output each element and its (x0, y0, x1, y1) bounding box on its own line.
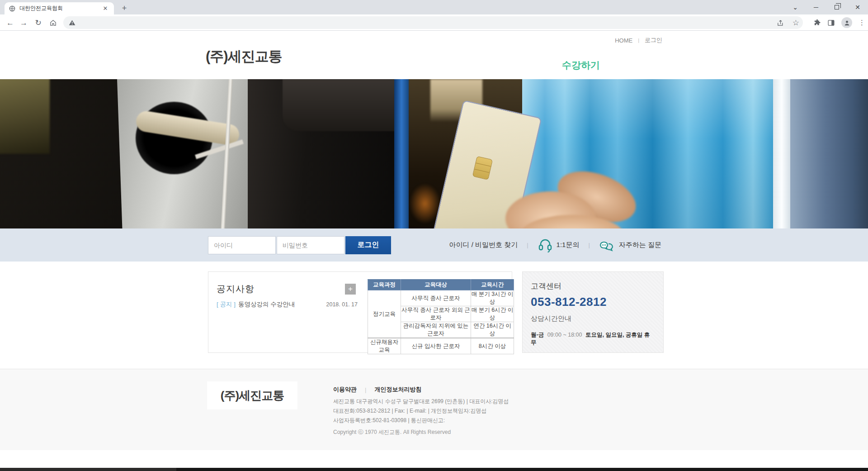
edu-target-cell: 신규 입사한 근로자 (401, 338, 471, 354)
inquiry-link[interactable]: 1:1문의 (557, 241, 580, 249)
time-range: 09:00 ~ 18:00 (547, 332, 582, 338)
privacy-policy-link[interactable]: 개인정보처리방침 (374, 385, 421, 394)
edu-target-cell: 사무직 종사 근로자 (401, 290, 471, 306)
edu-col-header: 교육시간 (471, 280, 514, 290)
footer-address: 세진교통 대구광역시 수성구 달구벌대로 2699 (만촌동) | 대표이사:김… (333, 397, 509, 425)
not-secure-warning-icon[interactable] (69, 19, 75, 26)
customer-center-title: 고객센터 (531, 281, 655, 291)
edu-target-cell: 사무직 종사 근로자 외의 근로자 (401, 306, 471, 322)
main-content: 공지사항 + [ 공지 ]동영상강의 수강안내 2018. 01. 17 교육과… (0, 262, 868, 369)
nav-login-link[interactable]: 로그인 (645, 36, 662, 44)
footer-logo: (주)세진교통 (207, 381, 297, 409)
notice-item-date: 2018. 01. 17 (326, 301, 358, 308)
share-icon[interactable] (777, 19, 784, 27)
notice-more-button[interactable]: + (345, 284, 356, 295)
edu-time-cell: 연간 16시간 이상 (471, 322, 514, 338)
window-close-button[interactable]: ✕ (847, 0, 868, 14)
profile-avatar[interactable] (841, 17, 852, 28)
window-chevron-icon[interactable]: ⌄ (785, 0, 806, 14)
taskbar-edge (0, 468, 868, 471)
separator: | (588, 242, 590, 248)
address-line: 사업자등록번호:502-81-03098 | 통신판매신고: (333, 416, 509, 425)
window-restore-button[interactable] (826, 0, 847, 14)
edu-course-cell: 정기교육 (368, 290, 401, 338)
utility-nav: HOME | 로그인 (615, 36, 662, 44)
hours-detail: 월-금 09:00 ~ 18:00 토요일, 일요일, 공휴일 휴무 (531, 331, 655, 347)
id-input[interactable] (208, 236, 276, 254)
footer-copyright: Copyright ⓒ 1970 세진교통. All Rights Reserv… (333, 428, 451, 436)
browser-tab[interactable]: 대한안전교육협회 ✕ (5, 2, 114, 14)
home-button[interactable] (47, 17, 59, 29)
terms-link[interactable]: 이용약관 (333, 385, 357, 394)
globe-icon (9, 5, 15, 12)
window-controls: ⌄ ─ ✕ (785, 0, 868, 14)
edu-target-cell: 관리감독자의 지위에 있는 근로자 (401, 322, 471, 338)
menu-enroll[interactable]: 수강하기 (562, 59, 600, 71)
edu-col-header: 교육과정 (368, 280, 401, 290)
edu-time-cell: 매 분기 6시간 이상 (471, 306, 514, 322)
page-bottom-whitespace (0, 450, 868, 468)
nav-separator: | (638, 38, 639, 43)
back-button[interactable]: ← (4, 17, 16, 29)
separator: | (527, 242, 528, 248)
login-bar: 로그인 아이디 / 비밀번호 찾기 | 1:1문의 | 자주하는 질문 (0, 228, 868, 262)
table-row: 정기교육 사무직 종사 근로자 매 분기 3시간 이상 (368, 290, 514, 306)
address-line: 세진교통 대구광역시 수성구 달구벌대로 2699 (만촌동) | 대표이사:김… (333, 397, 509, 406)
password-input[interactable] (277, 236, 344, 254)
headset-icon (538, 238, 553, 252)
bookmark-star-icon[interactable]: ☆ (793, 18, 799, 28)
tab-title: 대한안전교육협회 (19, 5, 101, 12)
edu-time-cell: 매 분기 3시간 이상 (471, 290, 514, 306)
browser-menu-icon[interactable]: ⋮ (859, 19, 865, 27)
hero-banner-image (0, 79, 868, 228)
table-row: 신규채용자교육 신규 입사한 근로자 8시간 이상 (368, 338, 514, 354)
forward-button[interactable]: → (18, 17, 30, 29)
browser-toolbar: ← → ↻ ☆ ⋮ (0, 14, 868, 31)
screen: 대한안전교육협회 ✕ + ⌄ ─ ✕ ← → ↻ ☆ (0, 0, 868, 471)
chat-bubbles-icon (599, 238, 615, 252)
address-bar[interactable]: ☆ (63, 16, 803, 29)
notice-list-item[interactable]: [ 공지 ]동영상강의 수강안내 2018. 01. 17 (217, 300, 358, 309)
customer-phone-number: 053-812-2812 (531, 295, 655, 309)
browser-tab-strip: 대한안전교육협회 ✕ + ⌄ ─ ✕ (0, 0, 868, 14)
customer-center-panel: 고객센터 053-812-2812 상담시간안내 월-금 09:00 ~ 18:… (522, 271, 664, 353)
new-tab-button[interactable]: + (118, 3, 130, 14)
login-button[interactable]: 로그인 (345, 236, 391, 254)
extensions-puzzle-icon[interactable] (813, 19, 821, 27)
reload-button[interactable]: ↻ (32, 17, 44, 29)
site-logo[interactable]: (주)세진교통 (206, 47, 282, 66)
side-panel-icon[interactable] (827, 19, 835, 27)
tab-close-icon[interactable]: ✕ (101, 5, 109, 13)
hours-title: 상담시간안내 (531, 314, 655, 323)
weekday-label: 월-금 (531, 332, 544, 338)
notice-title: 공지사항 (217, 283, 255, 295)
window-minimize-button[interactable]: ─ (806, 0, 826, 14)
nav-home-link[interactable]: HOME (615, 37, 632, 44)
site-footer: (주)세진교통 이용약관 | 개인정보처리방침 세진교통 대구광역시 수성구 달… (0, 369, 868, 450)
address-line: 대표전화:053-812-2812 | Fax: | E-mail: | 개인정… (333, 406, 509, 416)
separator: | (365, 386, 366, 393)
notice-badge: [ 공지 ] (217, 301, 236, 308)
edu-time-cell: 8시간 이상 (471, 338, 514, 354)
site-header: HOME | 로그인 (주)세진교통 수강하기 (0, 31, 868, 79)
edu-col-header: 교육대상 (401, 280, 471, 290)
edu-course-cell: 신규채용자교육 (368, 338, 401, 354)
faq-link[interactable]: 자주하는 질문 (619, 241, 661, 249)
find-id-password-link[interactable]: 아이디 / 비밀번호 찾기 (449, 241, 518, 249)
notice-item-title[interactable]: 동영상강의 수강안내 (238, 301, 295, 308)
education-table: 교육과정 교육대상 교육시간 정기교육 사무직 종사 근로자 매 분기 3시간 … (368, 279, 514, 354)
notice-panel: 공지사항 + [ 공지 ]동영상강의 수강안내 2018. 01. 17 교육과… (208, 271, 512, 353)
